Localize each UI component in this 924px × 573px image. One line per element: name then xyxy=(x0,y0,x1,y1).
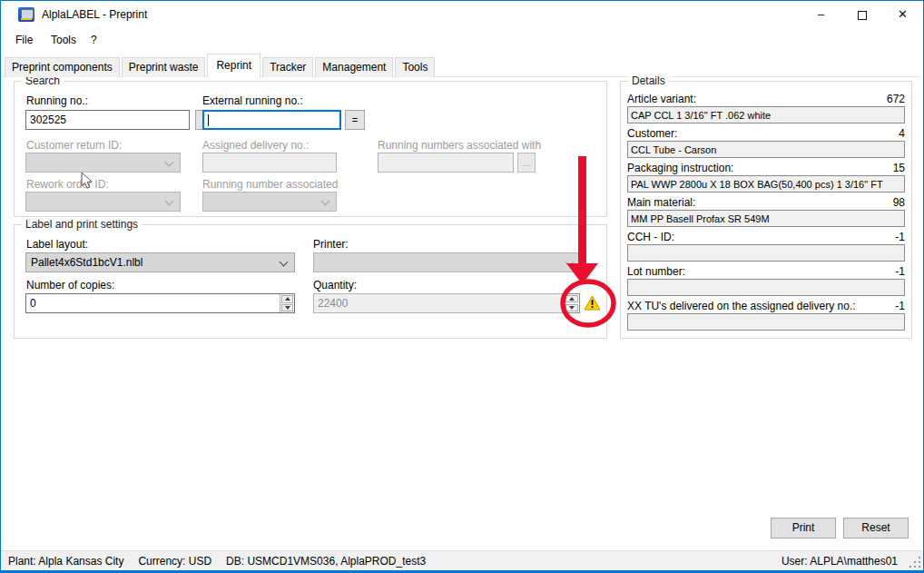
details-label: XX TU's delivered on the assigned delive… xyxy=(627,300,856,313)
text-caret xyxy=(208,114,209,126)
details-value-box: CAP CCL 1 3/16" FT .062 white xyxy=(627,106,905,123)
menu-file[interactable]: File xyxy=(15,34,33,46)
status-currency: Currency: USD xyxy=(138,555,211,568)
mouse-cursor-icon xyxy=(81,172,93,190)
external-running-no-label: External running no.: xyxy=(202,94,303,107)
details-value-box xyxy=(627,244,905,262)
quantity-stepper[interactable] xyxy=(564,293,580,313)
details-number: 15 xyxy=(893,162,905,175)
running-numbers-associated-label: Running numbers associated with xyxy=(378,139,541,152)
assigned-delivery-no-label: Assigned delivery no.: xyxy=(202,139,309,152)
quantity-spin-down-button[interactable] xyxy=(565,304,578,311)
menu-help[interactable]: ? xyxy=(91,34,97,46)
resize-grip-icon[interactable] xyxy=(909,557,920,568)
printer-select xyxy=(313,252,581,272)
menu-bar: File Tools ? xyxy=(1,28,923,54)
running-no-label: Running no.: xyxy=(26,94,88,107)
app-icon xyxy=(18,7,34,22)
title-bar: AlplaLABEL - Preprint – ✕ xyxy=(1,1,923,28)
reset-button[interactable]: Reset xyxy=(843,518,909,538)
number-of-copies-value: 0 xyxy=(26,294,280,312)
spin-down-icon xyxy=(569,306,575,310)
details-number: 4 xyxy=(899,127,905,141)
details-group: Details Article variant:672 CAP CCL 1 3/… xyxy=(620,81,912,339)
rework-order-id-select xyxy=(25,192,181,212)
quantity-input: 22400 xyxy=(313,293,563,313)
details-label: Lot number: xyxy=(627,265,685,279)
details-value-box: MM PP Basell Profax SR 549M xyxy=(627,210,905,227)
details-row-lot-number: Lot number:-1 xyxy=(627,265,905,296)
chevron-down-icon xyxy=(280,258,289,267)
details-value-box: PAL WWP 2800u X 18 BOX BAG(50,400 pcs) 1… xyxy=(627,175,905,193)
details-label: CCH - ID: xyxy=(627,231,674,244)
external-running-no-input[interactable] xyxy=(202,110,341,130)
quantity-spin-up-button[interactable] xyxy=(565,295,578,302)
tab-tracker[interactable]: Tracker xyxy=(262,57,313,77)
chevron-down-icon xyxy=(165,197,174,206)
print-button[interactable]: Print xyxy=(771,518,836,538)
close-button[interactable]: ✕ xyxy=(882,1,923,28)
chevron-down-icon xyxy=(321,197,330,206)
tab-preprint-components[interactable]: Preprint components xyxy=(5,57,120,77)
details-row-cch-id: CCH - ID:-1 xyxy=(627,231,905,262)
details-number: -1 xyxy=(895,231,905,244)
details-label: Article variant: xyxy=(627,93,696,106)
details-row-main-material: Main material:98 MM PP Basell Profax SR … xyxy=(627,196,905,227)
details-number: 672 xyxy=(887,93,905,106)
warning-icon xyxy=(584,295,601,311)
details-value-box xyxy=(627,313,905,331)
chevron-down-icon xyxy=(565,258,575,267)
running-number-associated-select xyxy=(202,192,337,212)
details-row-customer: Customer:4 CCL Tube - Carson xyxy=(627,127,905,158)
number-of-copies-stepper[interactable]: 0 xyxy=(25,293,295,313)
status-plant: Plant: Alpla Kansas City xyxy=(8,555,123,568)
quantity-label: Quantity: xyxy=(313,279,357,291)
details-number: -1 xyxy=(895,300,905,313)
tab-strip: Preprint components Preprint waste Repri… xyxy=(3,54,921,77)
external-running-no-equals-button[interactable]: = xyxy=(345,110,365,130)
details-label: Customer: xyxy=(627,127,677,141)
copies-spin-down-button[interactable] xyxy=(281,304,293,312)
app-window: AlplaLABEL - Preprint – ✕ File Tools ? P… xyxy=(0,0,924,573)
details-row-packaging-instruction: Packaging instruction:15 PAL WWP 2800u X… xyxy=(627,162,905,193)
label-layout-label: Label layout: xyxy=(26,238,88,251)
maximize-button[interactable] xyxy=(841,1,882,28)
label-layout-select[interactable]: Pallet4x6Std1bcV1.nlbl xyxy=(25,252,295,272)
printer-label: Printer: xyxy=(313,238,349,251)
maximize-icon xyxy=(858,11,867,20)
customer-return-id-label: Customer return ID: xyxy=(26,139,122,152)
status-db: DB: USMCD1VMS036, AlplaPROD_test3 xyxy=(226,555,426,568)
spin-up-icon xyxy=(569,297,575,301)
rework-order-id-label: Rework order ID: xyxy=(26,178,109,191)
running-numbers-browse-button: ... xyxy=(517,153,536,173)
spin-down-icon xyxy=(285,306,290,310)
details-rows: Article variant:672 CAP CCL 1 3/16" FT .… xyxy=(627,93,905,334)
details-label: Packaging instruction: xyxy=(627,162,733,175)
label-layout-value: Pallet4x6Std1bcV1.nlbl xyxy=(31,256,143,269)
status-bar: Plant: Alpla Kansas CityCurrency: USDDB:… xyxy=(1,550,923,570)
assigned-delivery-no-input xyxy=(202,153,337,173)
number-of-copies-label: Number of copies: xyxy=(26,279,114,291)
details-number: 98 xyxy=(893,196,905,210)
chevron-down-icon xyxy=(165,158,174,167)
details-group-title: Details xyxy=(628,74,669,87)
tab-tools[interactable]: Tools xyxy=(395,57,435,77)
tab-management[interactable]: Management xyxy=(315,57,393,77)
menu-tools[interactable]: Tools xyxy=(51,34,76,46)
copies-spin-up-button[interactable] xyxy=(281,295,293,303)
tab-reprint[interactable]: Reprint xyxy=(207,54,260,77)
status-user: User: ALPLA\matthes01 xyxy=(781,555,898,568)
details-value-box: CCL Tube - Carson xyxy=(627,141,905,158)
tab-preprint-waste[interactable]: Preprint waste xyxy=(122,57,206,77)
details-label: Main material: xyxy=(627,196,695,210)
running-number-associated-label: Running number associated xyxy=(202,178,338,191)
running-no-input[interactable]: 302525 xyxy=(25,110,190,130)
details-row-xx-tus-delivered: XX TU's delivered on the assigned delive… xyxy=(627,300,905,331)
details-value-box xyxy=(627,279,905,296)
minimize-button[interactable]: – xyxy=(801,1,841,28)
details-row-article-variant: Article variant:672 CAP CCL 1 3/16" FT .… xyxy=(627,93,905,123)
window-title: AlplaLABEL - Preprint xyxy=(42,8,147,21)
customer-return-id-select xyxy=(25,153,181,173)
spin-up-icon xyxy=(285,297,290,301)
running-numbers-associated-input xyxy=(378,153,514,173)
